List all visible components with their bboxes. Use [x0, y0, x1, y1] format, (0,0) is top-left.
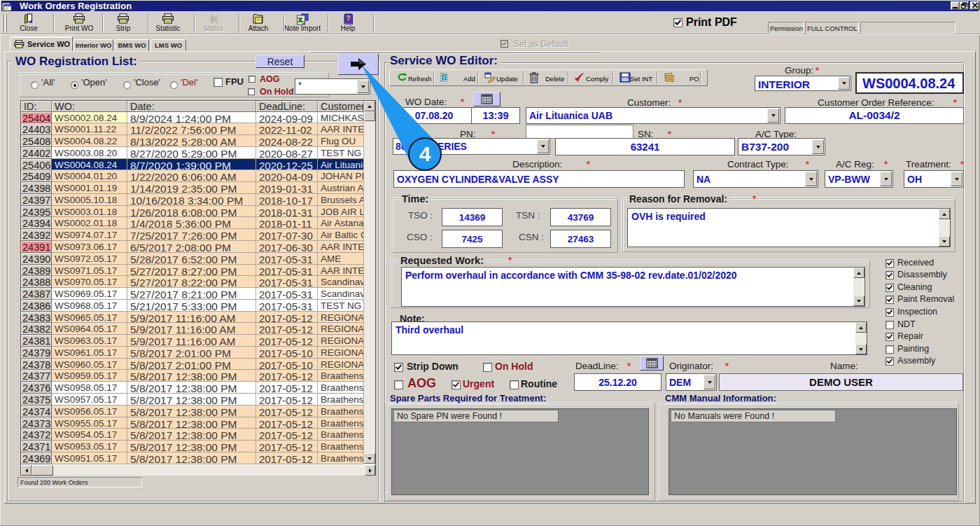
svg-text:?: ?	[346, 15, 350, 22]
